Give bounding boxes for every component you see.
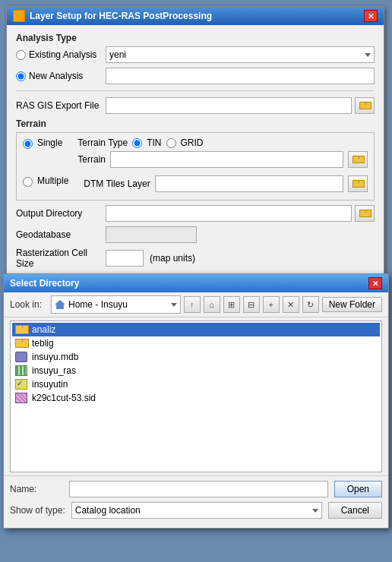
toolbar-btn-connect[interactable]: ⊞ (223, 296, 240, 313)
rasterization-label: Rasterization Cell Size (16, 248, 100, 269)
layer-setup-dialog: Layer Setup for HEC-RAS PostProcessing ✕… (6, 6, 384, 303)
lookin-label: Look in: (10, 299, 48, 310)
terrain-path-input[interactable]: D:\insuyu\insuyutin (110, 151, 343, 168)
show-type-dropdown[interactable]: Catalog location (71, 502, 322, 519)
grid-radio[interactable] (166, 138, 176, 148)
output-dir-input[interactable] (106, 205, 352, 222)
tin-label: TIN (147, 137, 161, 148)
existing-analysis-value: yeni (109, 49, 126, 60)
file-list: analiz teblig insuyu.mdb insuyu_ras insu… (10, 320, 382, 472)
select-dir-title-bar: Select Directory ✕ (4, 274, 388, 292)
file-name-insuyutin: insuyutin (32, 379, 68, 390)
existing-analysis-row: Existing Analysis yeni (16, 46, 375, 63)
analysis-type-label: Analysis Type (16, 33, 375, 43)
new-folder-button[interactable]: New Folder (322, 297, 382, 312)
new-analysis-row: New Analysis insuyu (16, 68, 375, 84)
toolbar-btn-home[interactable]: ⌂ (204, 296, 220, 313)
terrain-field-label: Terrain (77, 154, 106, 165)
dialog-icon (13, 10, 25, 22)
select-dir-toolbar: Look in: Home - Insuyu ↑ ⌂ ⊞ ⊟ + ✕ ↻ New… (4, 292, 388, 317)
layer-setup-body: Analysis Type Existing Analysis yeni New… (7, 25, 384, 302)
select-dir-dialog: Select Directory ✕ Look in: Home - Insuy… (3, 273, 389, 529)
layer-setup-close-button[interactable]: ✕ (364, 10, 378, 22)
dtm-browse-button[interactable] (348, 175, 368, 192)
file-item-k29[interactable]: k29c1cut-53.sid (12, 391, 380, 405)
single-label: Single (37, 137, 62, 148)
name-row: Name: analiz Open (10, 481, 382, 497)
output-dir-row: Output Directory (16, 205, 375, 222)
dtm-tiles-row: DTM Tiles Layer (84, 175, 368, 192)
multiple-label: Multiple (37, 175, 68, 186)
rasterization-input[interactable]: 20 (106, 250, 144, 267)
output-dir-browse-button[interactable] (355, 205, 375, 222)
multiple-radio[interactable] (23, 177, 33, 187)
dtm-tiles-label: DTM Tiles Layer (84, 178, 150, 189)
file-item-insuyumdb[interactable]: insuyu.mdb (12, 350, 380, 364)
show-type-label: Show of type: (10, 505, 65, 516)
show-type-chevron (312, 509, 318, 513)
grid-icon-insuyuras (15, 365, 27, 376)
select-dir-bottom-form: Name: analiz Open Show of type: Catalog … (4, 475, 388, 528)
show-type-value: Catalog location (75, 505, 141, 516)
file-item-teblig[interactable]: teblig (12, 336, 380, 350)
file-item-insuyutin[interactable]: insuyutin (12, 377, 380, 391)
terrain-type-row: Terrain Type TIN GRID (77, 137, 368, 148)
dtm-tiles-input[interactable] (155, 175, 343, 192)
geodatabase-row: Geodatabase insuyu.gdb (16, 226, 375, 243)
terrain-folder-icon (352, 156, 363, 163)
existing-analysis-chevron (365, 53, 371, 57)
name-label: Name: (10, 484, 63, 494)
open-button[interactable]: Open (334, 481, 382, 497)
tin-radio[interactable] (132, 138, 142, 148)
ras-gis-label: RAS GIS Export File (16, 100, 100, 111)
toolbar-btn-up[interactable]: ↑ (184, 296, 201, 313)
show-type-row: Show of type: Catalog location Cancel (10, 502, 382, 519)
name-input[interactable]: analiz (69, 481, 328, 497)
ras-gis-folder-icon (359, 102, 370, 109)
terrain-path-row: Terrain D:\insuyu\insuyutin (77, 151, 368, 168)
toolbar-btn-grid[interactable]: ⊟ (243, 296, 260, 313)
toolbar-btn-refresh[interactable]: ↻ (302, 296, 319, 313)
terrain-browse-button[interactable] (348, 151, 368, 168)
file-name-insuyumdb: insuyu.mdb (32, 352, 78, 362)
lookin-value: Home - Insuyu (68, 299, 128, 310)
check-icon-insuyutin (15, 379, 27, 390)
toolbar-btn-new-dir[interactable]: + (263, 296, 280, 313)
map-units-label: (map units) (150, 253, 195, 264)
lookin-dropdown[interactable]: Home - Insuyu (51, 295, 181, 314)
file-item-insuyuras[interactable]: insuyu_ras (12, 364, 380, 377)
geodatabase-input: insuyu.gdb (106, 226, 197, 243)
lookin-chevron (171, 303, 177, 307)
output-dir-label: Output Directory (16, 208, 100, 219)
lookin-select-inner: Home - Insuyu (55, 299, 128, 310)
grid-label: GRID (181, 137, 204, 148)
select-dir-close-button[interactable]: ✕ (368, 277, 382, 289)
sid-icon-k29 (15, 393, 27, 403)
output-dir-folder-icon (359, 210, 370, 217)
new-analysis-radio[interactable] (16, 71, 26, 81)
terrain-section: Single Terrain Type TIN GRID Terrain D:\… (16, 132, 375, 200)
folder-icon-teblig (15, 339, 27, 348)
layer-setup-title: Layer Setup for HEC-RAS PostProcessing (30, 11, 212, 21)
terrain-type-label: Terrain Type (77, 137, 128, 148)
select-dir-title: Select Directory (10, 278, 79, 289)
file-item-analiz[interactable]: analiz (12, 323, 380, 336)
rasterization-row: Rasterization Cell Size 20 (map units) (16, 248, 375, 269)
file-name-analiz: analiz (32, 324, 55, 335)
title-bar-left: Layer Setup for HEC-RAS PostProcessing (13, 10, 212, 22)
ras-gis-input[interactable]: D:\insuyu\insuyu.RASExport.xml (106, 97, 352, 114)
file-name-insuyuras: insuyu_ras (32, 365, 76, 376)
terrain-section-label: Terrain (16, 118, 375, 129)
new-analysis-input[interactable]: insuyu (106, 68, 375, 84)
toolbar-btn-delete[interactable]: ✕ (283, 296, 299, 313)
single-radio[interactable] (23, 139, 33, 149)
file-name-k29: k29c1cut-53.sid (32, 393, 96, 403)
db-icon-insuyumdb (15, 352, 27, 362)
existing-analysis-radio[interactable] (16, 50, 26, 60)
geodatabase-label: Geodatabase (16, 229, 100, 240)
file-name-teblig: teblig (32, 338, 54, 349)
select-dir-cancel-button[interactable]: Cancel (328, 502, 382, 519)
existing-analysis-label: Existing Analysis (29, 49, 96, 60)
home-icon (55, 300, 65, 309)
ras-gis-browse-button[interactable] (355, 97, 375, 114)
